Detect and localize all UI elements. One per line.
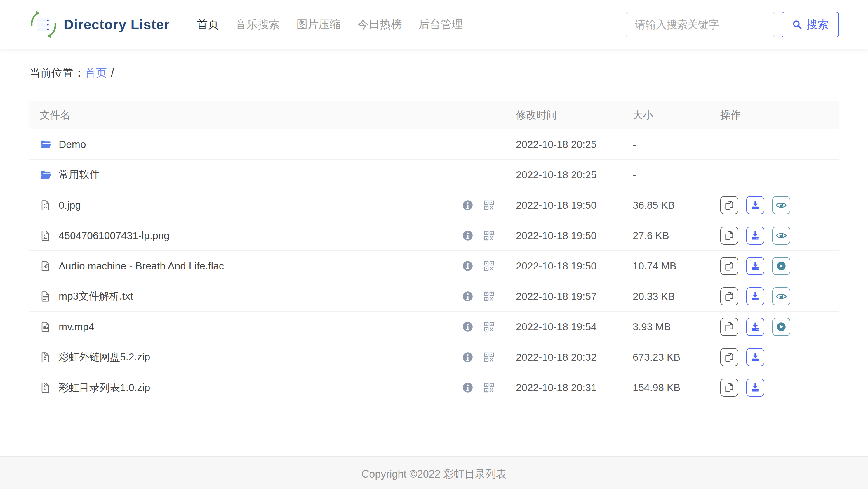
table-row: Audio machine - Breath And Life.flac 202… [30, 251, 838, 281]
row-meta-icons [462, 381, 516, 394]
file-name-cell: Demo [30, 139, 516, 150]
row-actions [720, 318, 838, 336]
page-footer: Copyright ©2022 彩虹目录列表 [0, 456, 868, 489]
file-name-cell: 彩虹外链网盘5.2.zip [30, 350, 516, 364]
table-row: 彩虹目录列表1.0.zip 2022-10-18 20:31 154.98 KB [30, 372, 838, 403]
file-size: 36.85 KB [633, 199, 720, 211]
file-name-link[interactable]: Audio machine - Breath And Life.flac [59, 260, 224, 272]
row-actions [720, 227, 838, 244]
row-actions [720, 257, 838, 275]
file-name-cell: mp3文件解析.txt [30, 289, 516, 303]
table-row: mv.mp4 2022-10-18 19:54 3.93 MB [30, 312, 838, 342]
search-button[interactable]: 搜索 [782, 12, 839, 37]
nav-item-admin[interactable]: 后台管理 [418, 17, 463, 32]
file-name-cell: Audio machine - Breath And Life.flac [30, 260, 516, 272]
file-size: - [633, 139, 720, 150]
file-name-link[interactable]: 0.jpg [59, 199, 81, 211]
file-mtime: 2022-10-18 20:31 [516, 382, 633, 394]
info-icon[interactable] [462, 381, 474, 394]
text-file-icon [40, 291, 51, 302]
qrcode-icon[interactable] [483, 199, 495, 211]
file-name-cell: 彩虹目录列表1.0.zip [30, 381, 516, 395]
file-table-header: 文件名 修改时间 大小 操作 [30, 101, 838, 129]
download-button[interactable] [746, 257, 764, 275]
info-icon[interactable] [462, 321, 474, 333]
column-header-name: 文件名 [30, 108, 516, 122]
file-name-link[interactable]: mv.mp4 [59, 321, 94, 333]
view-button[interactable] [772, 196, 790, 214]
column-header-mtime: 修改时间 [516, 108, 633, 122]
search-input[interactable] [626, 12, 775, 37]
nav-item-home[interactable]: 首页 [196, 17, 219, 32]
qrcode-icon[interactable] [483, 291, 495, 302]
download-button[interactable] [746, 227, 764, 244]
nav-item-hot-today[interactable]: 今日热榜 [358, 17, 402, 32]
row-meta-icons [462, 229, 516, 242]
download-button[interactable] [746, 378, 764, 397]
download-button[interactable] [746, 287, 764, 306]
file-name-link[interactable]: 彩虹目录列表1.0.zip [59, 381, 150, 395]
download-button[interactable] [746, 318, 764, 336]
copy-button[interactable] [720, 196, 738, 214]
qrcode-icon[interactable] [483, 321, 495, 333]
download-button[interactable] [746, 196, 764, 214]
info-icon[interactable] [462, 199, 474, 211]
file-size: - [633, 169, 720, 181]
qrcode-icon[interactable] [483, 382, 495, 394]
row-actions [720, 287, 838, 306]
hexagon-server-logo-icon [29, 10, 58, 39]
file-mtime: 2022-10-18 19:50 [516, 230, 633, 241]
file-mtime: 2022-10-18 20:32 [516, 351, 633, 363]
search-icon [792, 19, 802, 30]
info-icon[interactable] [462, 290, 474, 303]
file-name-link[interactable]: 常用软件 [59, 168, 99, 181]
breadcrumb: 当前位置： 首页 / [29, 65, 839, 80]
breadcrumb-home-link[interactable]: 首页 [85, 65, 107, 80]
table-row: 45047061007431-lp.png 2022-10-18 19:50 2… [30, 220, 838, 251]
file-name-link[interactable]: 45047061007431-lp.png [59, 230, 169, 241]
file-name-cell: mv.mp4 [30, 321, 516, 333]
row-meta-icons [462, 290, 516, 303]
table-row: 彩虹外链网盘5.2.zip 2022-10-18 20:32 673.23 KB [30, 342, 838, 372]
column-header-actions: 操作 [720, 108, 838, 122]
file-size: 154.98 KB [633, 382, 720, 394]
file-table-body: Demo 2022-10-18 20:25 - 常用软件 2022-10-18 … [30, 129, 838, 403]
copy-button[interactable] [720, 378, 738, 397]
copy-button[interactable] [720, 227, 738, 244]
nav-item-music-search[interactable]: 音乐搜索 [235, 17, 280, 32]
file-size: 27.6 KB [633, 230, 720, 241]
row-meta-icons [462, 351, 516, 363]
nav-item-image-compress[interactable]: 图片压缩 [296, 17, 341, 32]
info-icon[interactable] [462, 351, 474, 363]
copy-button[interactable] [720, 318, 738, 336]
table-row: 常用软件 2022-10-18 20:25 - [30, 160, 838, 190]
row-actions [720, 348, 838, 366]
qrcode-icon[interactable] [483, 230, 495, 241]
logo-link[interactable]: Directory Lister [29, 10, 169, 39]
row-actions [720, 196, 838, 214]
qrcode-icon[interactable] [483, 351, 495, 363]
file-mtime: 2022-10-18 19:57 [516, 291, 633, 302]
info-icon[interactable] [462, 260, 474, 272]
view-button[interactable] [772, 227, 790, 244]
row-actions [720, 378, 838, 397]
file-name-cell: 45047061007431-lp.png [30, 229, 516, 242]
file-name-link[interactable]: 彩虹外链网盘5.2.zip [59, 350, 150, 364]
copy-button[interactable] [720, 257, 738, 275]
copy-button[interactable] [720, 348, 738, 366]
copy-button[interactable] [720, 287, 738, 306]
audio-file-icon [40, 260, 51, 272]
file-name-cell: 0.jpg [30, 199, 516, 211]
play-button[interactable] [772, 318, 790, 336]
view-button[interactable] [772, 287, 790, 306]
zip-file-icon [40, 382, 51, 394]
file-name-link[interactable]: Demo [59, 139, 86, 150]
play-button[interactable] [772, 257, 790, 275]
qrcode-icon[interactable] [483, 260, 495, 272]
info-icon[interactable] [462, 229, 474, 242]
table-row: 0.jpg 2022-10-18 19:50 36.85 KB [30, 190, 838, 220]
download-button[interactable] [746, 348, 764, 366]
file-name-cell: 常用软件 [30, 168, 516, 181]
file-mtime: 2022-10-18 20:25 [516, 139, 633, 150]
file-name-link[interactable]: mp3文件解析.txt [59, 289, 133, 303]
